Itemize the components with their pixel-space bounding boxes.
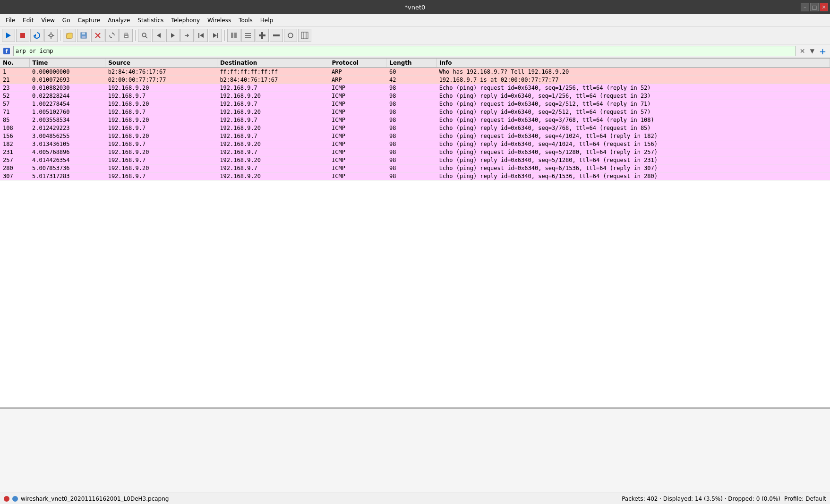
filter-dropdown-button[interactable]: ▼ — [809, 47, 815, 55]
svg-marker-20 — [157, 33, 161, 38]
status-auto-scroll-indicator — [12, 496, 18, 502]
next-packet-button[interactable] — [166, 29, 180, 42]
filter-bar: f ✕ ▼ + — [0, 44, 830, 59]
svg-marker-14 — [112, 32, 113, 34]
svg-rect-16 — [125, 33, 128, 35]
table-row[interactable]: 1563.004856255192.168.9.20192.168.9.7ICM… — [0, 132, 830, 140]
status-bar: wireshark_vnet0_20201116162001_L0DeH3.pc… — [0, 493, 830, 504]
svg-rect-32 — [261, 32, 263, 39]
menu-tools[interactable]: Tools — [235, 16, 257, 25]
filter-add-button[interactable]: + — [817, 46, 828, 56]
filter-input[interactable] — [13, 46, 796, 56]
status-left: wireshark_vnet0_20201116162001_L0DeH3.pc… — [4, 495, 618, 502]
start-capture-button[interactable] — [2, 29, 15, 42]
svg-point-34 — [288, 33, 293, 38]
col-length: Length — [386, 59, 436, 68]
menu-edit[interactable]: Edit — [19, 16, 37, 25]
table-row[interactable]: 571.002278454192.168.9.20192.168.9.7ICMP… — [0, 100, 830, 108]
col-destination: Destination — [217, 59, 329, 68]
table-row[interactable]: 852.003558534192.168.9.20192.168.9.7ICMP… — [0, 116, 830, 124]
resize-columns-button[interactable] — [298, 29, 311, 42]
window-title: *vnet0 — [405, 4, 426, 11]
svg-rect-10 — [82, 33, 85, 34]
status-stats: Packets: 402 · Displayed: 14 (3.5%) · Dr… — [622, 495, 780, 502]
filter-clear-button[interactable]: ✕ — [798, 46, 807, 56]
packet-list: No. Time Source Destination Protocol Len… — [0, 59, 830, 408]
col-time: Time — [29, 59, 105, 68]
col-info: Info — [436, 59, 830, 68]
col-protocol: Protocol — [329, 59, 386, 68]
svg-rect-26 — [231, 33, 233, 38]
table-row[interactable]: 2314.005768896192.168.9.20192.168.9.7ICM… — [0, 148, 830, 156]
status-filename: wireshark_vnet0_20201116162001_L0DeH3.pc… — [21, 495, 169, 502]
svg-point-18 — [142, 33, 146, 37]
svg-text:f: f — [6, 49, 8, 54]
find-packet-button[interactable] — [138, 29, 151, 42]
maximize-button[interactable]: □ — [810, 3, 819, 11]
window-controls: – □ ✕ — [801, 3, 828, 11]
toolbar-sep-3 — [224, 30, 225, 41]
toolbar-sep-1 — [60, 30, 60, 41]
status-stop-button[interactable] — [4, 496, 9, 502]
menu-telephony[interactable]: Telephony — [167, 16, 204, 25]
packet-detail-panels — [0, 408, 830, 493]
go-to-button[interactable] — [180, 29, 194, 42]
title-bar: *vnet0 – □ ✕ — [0, 0, 830, 14]
minimize-button[interactable]: – — [801, 3, 809, 11]
toolbar-sep-2 — [135, 30, 136, 41]
menu-capture[interactable]: Capture — [74, 16, 104, 25]
svg-marker-25 — [213, 33, 217, 38]
table-row[interactable]: 520.022828244192.168.9.7192.168.9.20ICMP… — [0, 92, 830, 100]
zoom-reset-button[interactable] — [284, 29, 297, 42]
svg-rect-27 — [234, 33, 237, 38]
open-file-button[interactable] — [63, 29, 76, 42]
svg-marker-0 — [6, 33, 11, 38]
filter-icon: f — [2, 46, 11, 56]
svg-marker-23 — [200, 33, 204, 38]
last-packet-button[interactable] — [209, 29, 222, 42]
close-button[interactable]: ✕ — [820, 3, 828, 11]
stop-capture-button[interactable] — [16, 29, 29, 42]
table-row[interactable]: 3075.017317283192.168.9.7192.168.9.20ICM… — [0, 172, 830, 180]
svg-rect-35 — [301, 32, 308, 39]
close-file-button[interactable] — [91, 29, 104, 42]
table-row[interactable]: 1082.012429223192.168.9.7192.168.9.20ICM… — [0, 124, 830, 132]
zoom-in-button[interactable] — [256, 29, 269, 42]
table-header: No. Time Source Destination Protocol Len… — [0, 59, 830, 68]
svg-rect-11 — [82, 36, 86, 38]
svg-rect-33 — [273, 34, 280, 36]
save-file-button[interactable] — [77, 29, 90, 42]
col-no: No. — [0, 59, 29, 68]
menu-help[interactable]: Help — [257, 16, 277, 25]
menu-bar: File Edit View Go Capture Analyze Statis… — [0, 14, 830, 26]
menu-view[interactable]: View — [37, 16, 58, 25]
svg-line-19 — [145, 36, 147, 38]
svg-marker-21 — [171, 33, 175, 38]
first-packet-button[interactable] — [195, 29, 208, 42]
table-row[interactable]: 230.010882030192.168.9.20192.168.9.7ICMP… — [0, 84, 830, 92]
menu-statistics[interactable]: Statistics — [134, 16, 167, 25]
prev-packet-button[interactable] — [152, 29, 165, 42]
table-row[interactable]: 711.005102760192.168.9.7192.168.9.20ICMP… — [0, 108, 830, 116]
menu-wireless[interactable]: Wireless — [204, 16, 235, 25]
restart-capture-button[interactable] — [30, 29, 43, 42]
menu-go[interactable]: Go — [59, 16, 74, 25]
print-button[interactable] — [120, 29, 133, 42]
svg-point-3 — [50, 34, 52, 37]
svg-rect-1 — [20, 33, 25, 38]
table-row[interactable]: 10.000000000b2:84:40:76:17:67ff:ff:ff:ff… — [0, 68, 830, 76]
table-row[interactable]: 2574.014426354192.168.9.7192.168.9.20ICM… — [0, 156, 830, 164]
table-row[interactable]: 210.01007269302:00:00:77:77:77b2:84:40:7… — [0, 76, 830, 84]
auto-scroll-button[interactable] — [241, 29, 255, 42]
svg-rect-17 — [125, 36, 128, 37]
table-row[interactable]: 1823.013436105192.168.9.7192.168.9.20ICM… — [0, 140, 830, 148]
col-source: Source — [105, 59, 217, 68]
table-row[interactable]: 2805.007853736192.168.9.20192.168.9.7ICM… — [0, 164, 830, 172]
zoom-out-button[interactable] — [270, 29, 283, 42]
menu-analyze[interactable]: Analyze — [104, 16, 134, 25]
colorize-button[interactable] — [227, 29, 240, 42]
capture-options-button[interactable] — [44, 29, 58, 42]
toolbar — [0, 26, 830, 44]
reload-button[interactable] — [105, 29, 119, 42]
menu-file[interactable]: File — [2, 16, 19, 25]
